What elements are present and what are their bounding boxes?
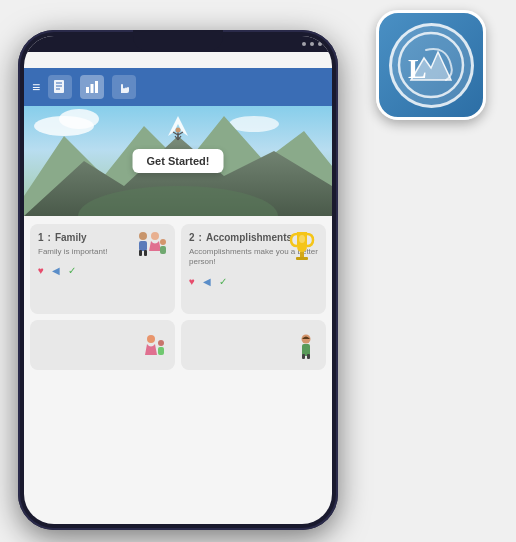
svg-rect-6 <box>86 87 89 93</box>
svg-point-28 <box>160 239 166 245</box>
svg-rect-25 <box>139 250 142 256</box>
card-partial-2 <box>181 320 326 370</box>
signal-dot-3 <box>318 42 322 46</box>
phone-screen: ≡ <box>24 36 332 524</box>
svg-text:L: L <box>408 53 427 84</box>
app-icon[interactable]: L <box>376 10 486 120</box>
card-partial-2-emoji <box>292 333 320 366</box>
scene: L ≡ <box>0 0 516 542</box>
app-logo-svg: L <box>396 30 466 100</box>
card-family-emoji <box>133 228 169 270</box>
card-partial-1-emoji <box>141 333 169 366</box>
card-family-title: Family <box>55 232 87 243</box>
nav-chart-icon[interactable] <box>80 75 104 99</box>
card-accomplishments-share[interactable]: ◀ <box>203 276 211 287</box>
svg-rect-39 <box>307 354 310 359</box>
get-started-button[interactable]: Get Started! <box>133 149 224 173</box>
card-accomplishments-heart[interactable]: ♥ <box>189 276 195 287</box>
signal-dot-1 <box>302 42 306 46</box>
card-accomplishments-actions: ♥ ◀ ✓ <box>189 276 318 287</box>
svg-rect-29 <box>160 246 166 254</box>
svg-point-27 <box>151 232 159 240</box>
cards-area: 1: Family Family is important! ♥ ◀ ✓ <box>24 216 332 378</box>
card-accomplishments: 2: Accomplishments Accomplishments make … <box>181 224 326 314</box>
app-icon-inner: L <box>389 23 474 108</box>
nav-bar: ≡ <box>24 68 332 106</box>
hero-section: Get Started! <box>24 106 332 216</box>
card-accomplishments-title: Accomplishments <box>206 232 292 243</box>
svg-rect-24 <box>139 241 147 251</box>
svg-rect-30 <box>300 252 304 257</box>
svg-point-34 <box>158 340 164 346</box>
card-partial-1 <box>30 320 175 370</box>
card-accomplishments-emoji <box>284 228 320 270</box>
svg-point-16 <box>176 128 181 133</box>
svg-rect-38 <box>302 354 305 359</box>
card-family-heart[interactable]: ♥ <box>38 265 44 276</box>
svg-point-12 <box>229 116 279 132</box>
svg-rect-26 <box>144 250 147 256</box>
svg-rect-31 <box>296 257 308 260</box>
card-family: 1: Family Family is important! ♥ ◀ ✓ <box>30 224 175 314</box>
hamburger-menu[interactable]: ≡ <box>32 79 40 95</box>
phone-notch <box>133 30 223 52</box>
card-accomplishments-number: 2 <box>189 232 195 243</box>
card-family-share[interactable]: ◀ <box>52 265 60 276</box>
svg-point-11 <box>59 109 99 129</box>
phone-frame: ≡ <box>18 30 338 530</box>
card-family-check[interactable]: ✓ <box>68 265 76 276</box>
nav-hand-icon[interactable] <box>112 75 136 99</box>
svg-rect-8 <box>95 81 98 93</box>
svg-point-33 <box>147 335 155 343</box>
nav-book-icon[interactable] <box>48 75 72 99</box>
card-family-number: 1 <box>38 232 44 243</box>
svg-rect-35 <box>158 347 164 355</box>
card-accomplishments-check[interactable]: ✓ <box>219 276 227 287</box>
svg-rect-7 <box>91 84 94 93</box>
svg-point-32 <box>299 235 305 243</box>
signal-dot-2 <box>310 42 314 46</box>
svg-point-23 <box>139 232 147 240</box>
